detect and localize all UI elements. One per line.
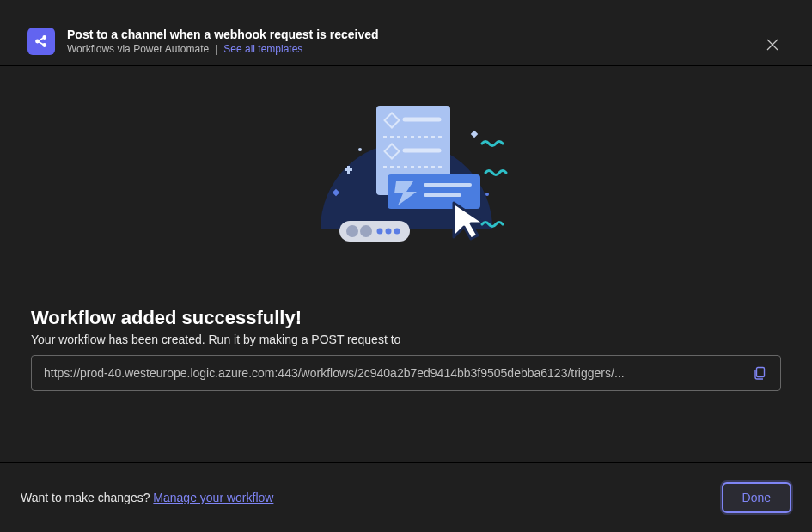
svg-point-24 — [394, 229, 400, 235]
close-icon — [766, 39, 778, 51]
dialog-footer: Want to make changes? Manage your workfl… — [0, 462, 812, 532]
webhook-url-box: https://prod-40.westeurope.logic.azure.c… — [31, 355, 781, 391]
dialog-title: Post to a channel when a webhook request… — [67, 28, 379, 41]
svg-rect-29 — [757, 368, 765, 377]
success-illustration — [295, 95, 518, 259]
illustration-container — [31, 95, 781, 259]
share-nodes-icon — [34, 34, 49, 49]
dialog-body: Workflow added successfully! Your workfl… — [0, 66, 812, 462]
svg-point-25 — [358, 148, 362, 151]
changes-prompt-text: Want to make changes? — [21, 491, 150, 504]
copy-url-button[interactable] — [748, 361, 772, 385]
svg-rect-28 — [470, 131, 477, 138]
svg-point-20 — [346, 225, 358, 237]
svg-point-1 — [43, 36, 46, 39]
success-subtext: Your workflow has been created. Run it b… — [31, 333, 781, 346]
footer-prompt: Want to make changes? Manage your workfl… — [21, 491, 273, 504]
workflow-app-icon — [27, 28, 55, 55]
svg-point-21 — [360, 225, 372, 237]
svg-line-4 — [39, 42, 43, 45]
success-heading: Workflow added successfully! — [31, 307, 781, 329]
dialog-header: Post to a channel when a webhook request… — [0, 0, 812, 65]
see-all-templates-link[interactable]: See all templates — [223, 43, 302, 55]
svg-point-2 — [43, 44, 46, 46]
done-button[interactable]: Done — [722, 482, 791, 513]
svg-point-22 — [376, 229, 382, 235]
subtitle-divider: | — [215, 43, 217, 55]
svg-point-0 — [36, 40, 39, 42]
header-text-block: Post to a channel when a webhook request… — [67, 28, 379, 55]
svg-point-23 — [385, 229, 391, 235]
dialog-subtitle: Workflows via Power Automate — [67, 43, 209, 55]
svg-point-26 — [485, 193, 489, 196]
svg-line-3 — [39, 38, 43, 40]
webhook-url-text[interactable]: https://prod-40.westeurope.logic.azure.c… — [44, 366, 739, 380]
dialog-subtitle-row: Workflows via Power Automate | See all t… — [67, 43, 379, 55]
copy-icon — [753, 366, 766, 380]
close-button[interactable] — [760, 33, 785, 57]
manage-workflow-link[interactable]: Manage your workflow — [153, 491, 273, 504]
